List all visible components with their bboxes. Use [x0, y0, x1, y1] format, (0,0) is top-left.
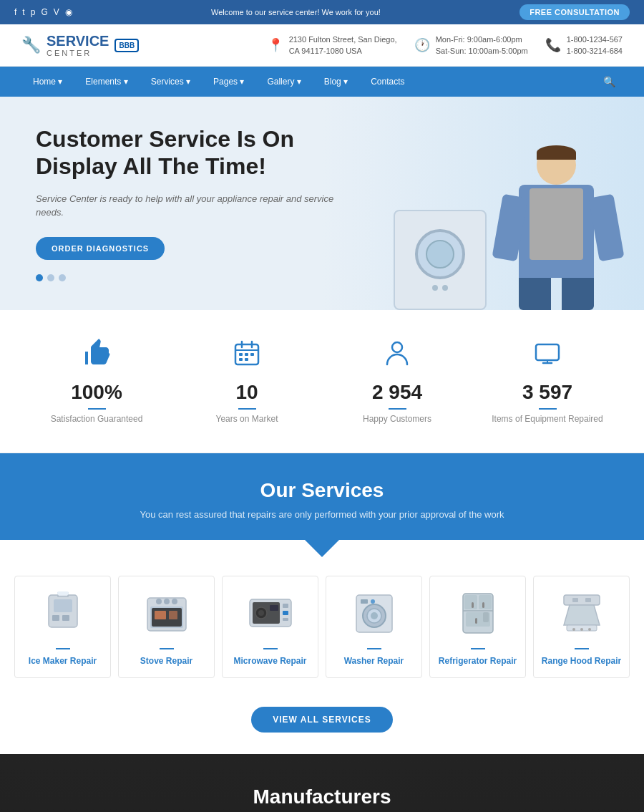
search-icon[interactable]: 🔍 — [596, 69, 623, 95]
hero-subtext: Service Center is ready to help with all… — [36, 192, 336, 220]
vimeo-icon[interactable]: V — [54, 7, 59, 17]
technician-image — [494, 145, 623, 310]
nav-gallery[interactable]: Gallery ▾ — [255, 67, 312, 97]
top-bar: f t p G V ◉ Welcome to our service cente… — [0, 0, 644, 24]
svg-rect-15 — [52, 615, 59, 621]
svg-rect-30 — [283, 604, 288, 608]
stat-satisfaction-number: 100% — [21, 381, 172, 404]
stat-equipment-label: Items of Equipment Repaired — [472, 414, 623, 424]
stove-icon — [126, 588, 207, 638]
stat-divider-4 — [539, 408, 557, 410]
svg-rect-49 — [564, 595, 600, 605]
phone-item: 📞 1-800-1234-567 1-800-3214-684 — [545, 34, 623, 57]
nav-links: Home ▾ Elements ▾ Services ▾ Pages ▾ Gal… — [21, 67, 416, 97]
stat-customers: 2 954 Happy Customers — [322, 339, 472, 424]
service-card-refrigerator[interactable]: Refrigerator Repair — [429, 576, 526, 678]
stat-equipment: 3 597 Items of Equipment Repaired — [472, 339, 623, 424]
stat-customers-number: 2 954 — [322, 381, 472, 404]
hero-headline: Customer Service Is On Display All The T… — [36, 125, 336, 180]
svg-rect-39 — [371, 599, 375, 604]
address-text: 2130 Fulton Street, San Diego, CA 94117-… — [289, 34, 397, 57]
svg-rect-17 — [57, 591, 69, 595]
svg-rect-43 — [479, 595, 492, 609]
svg-rect-45 — [472, 602, 474, 608]
refrigerator-icon — [437, 588, 518, 638]
svg-rect-8 — [245, 358, 248, 361]
nav-elements[interactable]: Elements ▾ — [74, 67, 139, 97]
svg-rect-31 — [283, 611, 288, 615]
stats-section: 100% Satisfaction Guaranteed 10 Years on… — [0, 310, 644, 453]
person-icon — [322, 339, 472, 374]
social-icons: f t p G V ◉ — [14, 7, 72, 17]
svg-rect-6 — [250, 353, 254, 356]
ice-maker-divider — [56, 648, 70, 649]
service-card-rangehood[interactable]: Range Hood Repair — [533, 576, 630, 678]
svg-rect-7 — [239, 358, 243, 361]
address-item: 📍 2130 Fulton Street, San Diego, CA 9411… — [268, 34, 397, 57]
hero-content: Customer Service Is On Display All The T… — [36, 125, 336, 281]
hero-dots — [36, 274, 336, 281]
svg-point-52 — [580, 628, 583, 631]
svg-point-22 — [164, 599, 170, 604]
washer-divider — [367, 648, 381, 649]
logo-center: CENTER — [47, 49, 109, 57]
rss-icon[interactable]: ◉ — [65, 7, 72, 17]
stat-divider-2 — [238, 408, 256, 410]
svg-rect-5 — [245, 353, 248, 356]
hero-dot-1[interactable] — [36, 274, 43, 281]
svg-rect-38 — [361, 599, 368, 604]
nav-home[interactable]: Home ▾ — [21, 67, 74, 97]
svg-rect-32 — [283, 618, 288, 621]
hero-dot-3[interactable] — [59, 274, 66, 281]
hero-section: Customer Service Is On Display All The T… — [0, 97, 644, 310]
nav-pages[interactable]: Pages ▾ — [202, 67, 255, 97]
stove-divider — [160, 648, 174, 649]
nav-contacts[interactable]: Contacts — [359, 67, 416, 97]
service-card-washer[interactable]: Washer Repair — [326, 576, 422, 678]
svg-rect-25 — [169, 611, 177, 619]
svg-rect-24 — [155, 611, 166, 619]
nav-blog[interactable]: Blog ▾ — [313, 67, 359, 97]
washer-label: Washer Repair — [333, 655, 414, 667]
svg-rect-55 — [585, 598, 591, 602]
ice-maker-icon — [22, 588, 103, 638]
logo-text: SERVICE CENTER — [47, 33, 109, 57]
service-card-ice-maker[interactable]: Ice Maker Repair — [14, 576, 111, 678]
refrigerator-label: Refrigerator Repair — [437, 655, 518, 667]
svg-point-29 — [258, 610, 264, 616]
view-all-services-button[interactable]: VIEW ALL SERVICES — [251, 707, 392, 733]
facebook-icon[interactable]: f — [14, 7, 16, 17]
svg-rect-48 — [483, 612, 489, 622]
twitter-icon[interactable]: t — [22, 7, 24, 17]
svg-point-23 — [172, 599, 177, 604]
svg-rect-33 — [270, 605, 278, 611]
services-arrow-container — [0, 540, 644, 561]
svg-point-53 — [588, 628, 591, 631]
hero-dot-2[interactable] — [47, 274, 54, 281]
order-diagnostics-button[interactable]: ORDER DIAGNOSTICS — [36, 237, 165, 260]
service-card-microwave[interactable]: Microwave Repair — [222, 576, 318, 678]
microwave-icon — [230, 588, 311, 638]
consultation-button[interactable]: FREE CONSULTATION — [519, 4, 630, 20]
washer-icon — [333, 588, 414, 638]
stat-satisfaction-label: Satisfaction Guaranteed — [21, 414, 172, 424]
bbb-badge: BBB — [114, 39, 139, 52]
tv-icon — [472, 339, 623, 374]
ice-maker-label: Ice Maker Repair — [22, 655, 103, 667]
svg-point-51 — [572, 628, 575, 631]
pinterest-icon[interactable]: p — [31, 7, 36, 17]
view-all-container: VIEW ALL SERVICES — [0, 700, 644, 754]
stat-years-label: Years on Market — [172, 414, 322, 424]
header-info: 📍 2130 Fulton Street, San Diego, CA 9411… — [268, 34, 623, 57]
services-heading: Our Services — [14, 479, 630, 502]
service-card-stove[interactable]: Stove Repair — [118, 576, 215, 678]
svg-rect-42 — [464, 595, 477, 609]
svg-rect-47 — [475, 618, 477, 624]
googleplus-icon[interactable]: G — [41, 7, 47, 17]
hours-item: 🕐 Mon-Fri: 9:00am-6:00pm Sat-Sun: 10:00a… — [414, 34, 528, 57]
services-subtext: You can rest assured that repairs are on… — [14, 509, 630, 520]
header: 🔧 SERVICE CENTER BBB 📍 2130 Fulton Stree… — [0, 24, 644, 67]
hours-text: Mon-Fri: 9:00am-6:00pm Sat-Sun: 10:00am-… — [436, 34, 528, 57]
manufacturers-heading: Manufacturers — [253, 786, 391, 808]
nav-services[interactable]: Services ▾ — [140, 67, 202, 97]
